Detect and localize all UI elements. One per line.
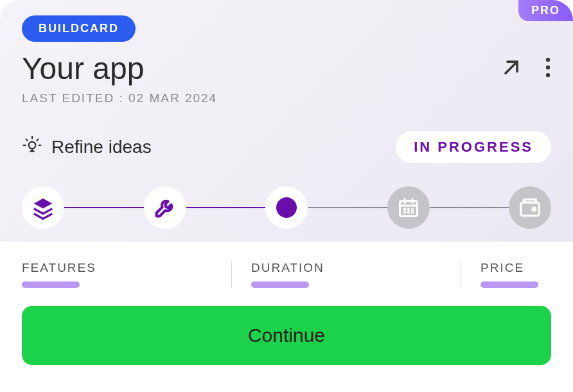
- svg-point-19: [412, 209, 413, 210]
- card-header: BUILDCARD Your app: [0, 0, 573, 242]
- wrench-icon: [152, 195, 178, 220]
- lightbulb-icon: [22, 135, 42, 160]
- svg-point-21: [408, 212, 409, 213]
- calendar-icon: [397, 196, 420, 219]
- step-payment: [509, 186, 551, 229]
- svg-marker-12: [34, 199, 53, 209]
- buildcard-pill: BUILDCARD: [22, 15, 136, 42]
- loading-bar: [22, 281, 80, 288]
- svg-point-4: [29, 141, 36, 148]
- metric-price: PRICE: [480, 261, 551, 288]
- loading-bar: [251, 281, 309, 288]
- step-layers[interactable]: [22, 186, 64, 229]
- svg-line-6: [26, 139, 28, 140]
- more-vertical-icon[interactable]: [545, 56, 551, 82]
- metric-label: PRICE: [480, 261, 538, 275]
- step-current[interactable]: [265, 186, 308, 229]
- current-dot-icon: [276, 197, 297, 218]
- refine-label: Refine ideas: [51, 137, 152, 157]
- svg-point-24: [533, 208, 536, 211]
- buildcard-card: PRO BUILDCARD Your app: [0, 0, 573, 392]
- page-title: Your app: [22, 51, 144, 86]
- svg-line-9: [37, 139, 39, 140]
- pro-badge: PRO: [518, 0, 573, 21]
- last-edited-label: LAST EDITED : 02 MAR 2024: [22, 91, 551, 105]
- metric-label: DURATION: [251, 261, 441, 275]
- svg-point-17: [404, 209, 405, 210]
- loading-bar: [480, 281, 538, 288]
- svg-point-18: [408, 209, 409, 210]
- step-configure[interactable]: [144, 186, 186, 229]
- svg-point-20: [404, 212, 405, 213]
- layers-icon: [31, 195, 55, 220]
- svg-point-2: [546, 65, 550, 69]
- card-footer: FEATURES DURATION PRICE Continue: [0, 242, 573, 392]
- svg-point-3: [546, 73, 550, 76]
- svg-point-22: [412, 212, 413, 213]
- step-schedule: [387, 186, 430, 229]
- continue-button[interactable]: Continue: [22, 306, 551, 365]
- metric-duration: DURATION: [251, 261, 441, 288]
- metric-label: FEATURES: [22, 261, 212, 275]
- svg-point-1: [546, 57, 550, 61]
- wallet-icon: [518, 195, 542, 220]
- progress-stepper: [22, 186, 551, 242]
- open-external-icon[interactable]: [500, 56, 523, 82]
- metric-features: FEATURES: [22, 261, 212, 288]
- status-badge: IN PROGRESS: [396, 131, 551, 163]
- svg-line-0: [506, 62, 517, 73]
